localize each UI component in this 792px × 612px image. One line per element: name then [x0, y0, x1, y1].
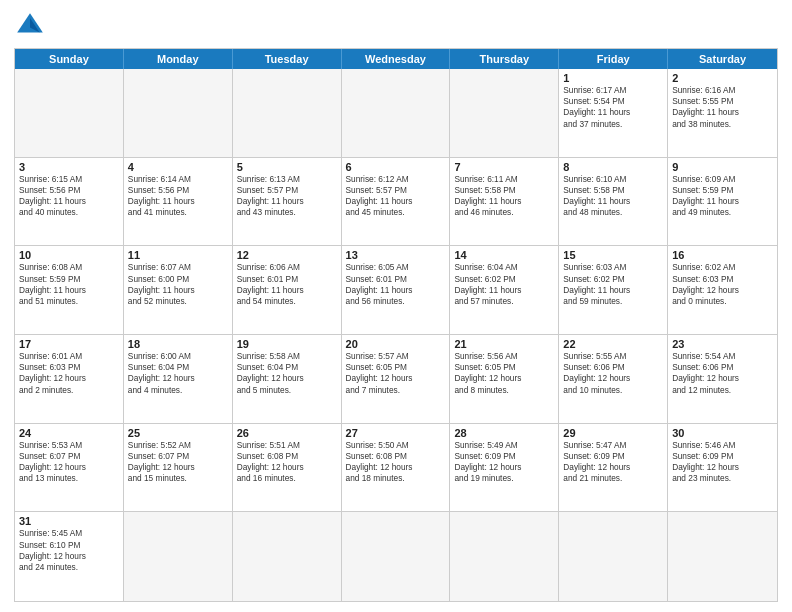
logo-icon: [14, 10, 46, 42]
sun-info: Sunrise: 6:11 AM Sunset: 5:58 PM Dayligh…: [454, 174, 554, 219]
cal-empty: [450, 69, 559, 158]
cal-empty: [450, 512, 559, 601]
day-number: 30: [672, 427, 773, 439]
cal-empty: [559, 512, 668, 601]
sun-info: Sunrise: 6:15 AM Sunset: 5:56 PM Dayligh…: [19, 174, 119, 219]
cal-day-25: 25Sunrise: 5:52 AM Sunset: 6:07 PM Dayli…: [124, 424, 233, 513]
cal-day-8: 8Sunrise: 6:10 AM Sunset: 5:58 PM Daylig…: [559, 158, 668, 247]
day-number: 2: [672, 72, 773, 84]
cal-day-13: 13Sunrise: 6:05 AM Sunset: 6:01 PM Dayli…: [342, 246, 451, 335]
sun-info: Sunrise: 5:57 AM Sunset: 6:05 PM Dayligh…: [346, 351, 446, 396]
logo: [14, 10, 50, 42]
cal-empty: [15, 69, 124, 158]
cal-day-3: 3Sunrise: 6:15 AM Sunset: 5:56 PM Daylig…: [15, 158, 124, 247]
day-number: 22: [563, 338, 663, 350]
day-number: 13: [346, 249, 446, 261]
sun-info: Sunrise: 6:16 AM Sunset: 5:55 PM Dayligh…: [672, 85, 773, 130]
day-number: 7: [454, 161, 554, 173]
sun-info: Sunrise: 6:06 AM Sunset: 6:01 PM Dayligh…: [237, 262, 337, 307]
header-day-wednesday: Wednesday: [342, 49, 451, 69]
cal-day-7: 7Sunrise: 6:11 AM Sunset: 5:58 PM Daylig…: [450, 158, 559, 247]
sun-info: Sunrise: 6:17 AM Sunset: 5:54 PM Dayligh…: [563, 85, 663, 130]
cal-empty: [668, 512, 777, 601]
day-number: 14: [454, 249, 554, 261]
sun-info: Sunrise: 6:04 AM Sunset: 6:02 PM Dayligh…: [454, 262, 554, 307]
cal-empty: [342, 512, 451, 601]
header-day-sunday: Sunday: [15, 49, 124, 69]
calendar-header-row: SundayMondayTuesdayWednesdayThursdayFrid…: [15, 49, 777, 69]
cal-day-10: 10Sunrise: 6:08 AM Sunset: 5:59 PM Dayli…: [15, 246, 124, 335]
cal-day-31: 31Sunrise: 5:45 AM Sunset: 6:10 PM Dayli…: [15, 512, 124, 601]
sun-info: Sunrise: 5:45 AM Sunset: 6:10 PM Dayligh…: [19, 528, 119, 573]
day-number: 8: [563, 161, 663, 173]
sun-info: Sunrise: 6:14 AM Sunset: 5:56 PM Dayligh…: [128, 174, 228, 219]
cal-day-12: 12Sunrise: 6:06 AM Sunset: 6:01 PM Dayli…: [233, 246, 342, 335]
header-day-monday: Monday: [124, 49, 233, 69]
sun-info: Sunrise: 5:49 AM Sunset: 6:09 PM Dayligh…: [454, 440, 554, 485]
sun-info: Sunrise: 5:54 AM Sunset: 6:06 PM Dayligh…: [672, 351, 773, 396]
sun-info: Sunrise: 5:51 AM Sunset: 6:08 PM Dayligh…: [237, 440, 337, 485]
sun-info: Sunrise: 6:07 AM Sunset: 6:00 PM Dayligh…: [128, 262, 228, 307]
cal-day-15: 15Sunrise: 6:03 AM Sunset: 6:02 PM Dayli…: [559, 246, 668, 335]
cal-day-20: 20Sunrise: 5:57 AM Sunset: 6:05 PM Dayli…: [342, 335, 451, 424]
day-number: 17: [19, 338, 119, 350]
sun-info: Sunrise: 6:01 AM Sunset: 6:03 PM Dayligh…: [19, 351, 119, 396]
day-number: 18: [128, 338, 228, 350]
sun-info: Sunrise: 5:58 AM Sunset: 6:04 PM Dayligh…: [237, 351, 337, 396]
sun-info: Sunrise: 6:10 AM Sunset: 5:58 PM Dayligh…: [563, 174, 663, 219]
sun-info: Sunrise: 5:50 AM Sunset: 6:08 PM Dayligh…: [346, 440, 446, 485]
day-number: 3: [19, 161, 119, 173]
sun-info: Sunrise: 6:13 AM Sunset: 5:57 PM Dayligh…: [237, 174, 337, 219]
day-number: 29: [563, 427, 663, 439]
cal-day-19: 19Sunrise: 5:58 AM Sunset: 6:04 PM Dayli…: [233, 335, 342, 424]
day-number: 6: [346, 161, 446, 173]
sun-info: Sunrise: 6:05 AM Sunset: 6:01 PM Dayligh…: [346, 262, 446, 307]
day-number: 15: [563, 249, 663, 261]
day-number: 19: [237, 338, 337, 350]
cal-day-30: 30Sunrise: 5:46 AM Sunset: 6:09 PM Dayli…: [668, 424, 777, 513]
sun-info: Sunrise: 5:55 AM Sunset: 6:06 PM Dayligh…: [563, 351, 663, 396]
calendar-body: 1Sunrise: 6:17 AM Sunset: 5:54 PM Daylig…: [15, 69, 777, 601]
sun-info: Sunrise: 5:46 AM Sunset: 6:09 PM Dayligh…: [672, 440, 773, 485]
cal-day-4: 4Sunrise: 6:14 AM Sunset: 5:56 PM Daylig…: [124, 158, 233, 247]
cal-day-16: 16Sunrise: 6:02 AM Sunset: 6:03 PM Dayli…: [668, 246, 777, 335]
cal-day-21: 21Sunrise: 5:56 AM Sunset: 6:05 PM Dayli…: [450, 335, 559, 424]
page: SundayMondayTuesdayWednesdayThursdayFrid…: [0, 0, 792, 612]
cal-day-18: 18Sunrise: 6:00 AM Sunset: 6:04 PM Dayli…: [124, 335, 233, 424]
sun-info: Sunrise: 6:12 AM Sunset: 5:57 PM Dayligh…: [346, 174, 446, 219]
cal-day-29: 29Sunrise: 5:47 AM Sunset: 6:09 PM Dayli…: [559, 424, 668, 513]
day-number: 28: [454, 427, 554, 439]
sun-info: Sunrise: 6:00 AM Sunset: 6:04 PM Dayligh…: [128, 351, 228, 396]
cal-day-23: 23Sunrise: 5:54 AM Sunset: 6:06 PM Dayli…: [668, 335, 777, 424]
header-day-thursday: Thursday: [450, 49, 559, 69]
day-number: 9: [672, 161, 773, 173]
day-number: 26: [237, 427, 337, 439]
cal-day-2: 2Sunrise: 6:16 AM Sunset: 5:55 PM Daylig…: [668, 69, 777, 158]
day-number: 16: [672, 249, 773, 261]
sun-info: Sunrise: 6:02 AM Sunset: 6:03 PM Dayligh…: [672, 262, 773, 307]
day-number: 12: [237, 249, 337, 261]
header-day-saturday: Saturday: [668, 49, 777, 69]
sun-info: Sunrise: 5:53 AM Sunset: 6:07 PM Dayligh…: [19, 440, 119, 485]
cal-day-1: 1Sunrise: 6:17 AM Sunset: 5:54 PM Daylig…: [559, 69, 668, 158]
day-number: 21: [454, 338, 554, 350]
cal-day-26: 26Sunrise: 5:51 AM Sunset: 6:08 PM Dayli…: [233, 424, 342, 513]
sun-info: Sunrise: 6:03 AM Sunset: 6:02 PM Dayligh…: [563, 262, 663, 307]
cal-day-6: 6Sunrise: 6:12 AM Sunset: 5:57 PM Daylig…: [342, 158, 451, 247]
calendar-header: [14, 10, 778, 42]
day-number: 23: [672, 338, 773, 350]
day-number: 11: [128, 249, 228, 261]
cal-day-11: 11Sunrise: 6:07 AM Sunset: 6:00 PM Dayli…: [124, 246, 233, 335]
sun-info: Sunrise: 6:08 AM Sunset: 5:59 PM Dayligh…: [19, 262, 119, 307]
day-number: 10: [19, 249, 119, 261]
cal-day-27: 27Sunrise: 5:50 AM Sunset: 6:08 PM Dayli…: [342, 424, 451, 513]
day-number: 20: [346, 338, 446, 350]
day-number: 1: [563, 72, 663, 84]
cal-day-5: 5Sunrise: 6:13 AM Sunset: 5:57 PM Daylig…: [233, 158, 342, 247]
cal-day-14: 14Sunrise: 6:04 AM Sunset: 6:02 PM Dayli…: [450, 246, 559, 335]
cal-empty: [233, 512, 342, 601]
cal-day-28: 28Sunrise: 5:49 AM Sunset: 6:09 PM Dayli…: [450, 424, 559, 513]
header-day-tuesday: Tuesday: [233, 49, 342, 69]
cal-day-9: 9Sunrise: 6:09 AM Sunset: 5:59 PM Daylig…: [668, 158, 777, 247]
sun-info: Sunrise: 6:09 AM Sunset: 5:59 PM Dayligh…: [672, 174, 773, 219]
